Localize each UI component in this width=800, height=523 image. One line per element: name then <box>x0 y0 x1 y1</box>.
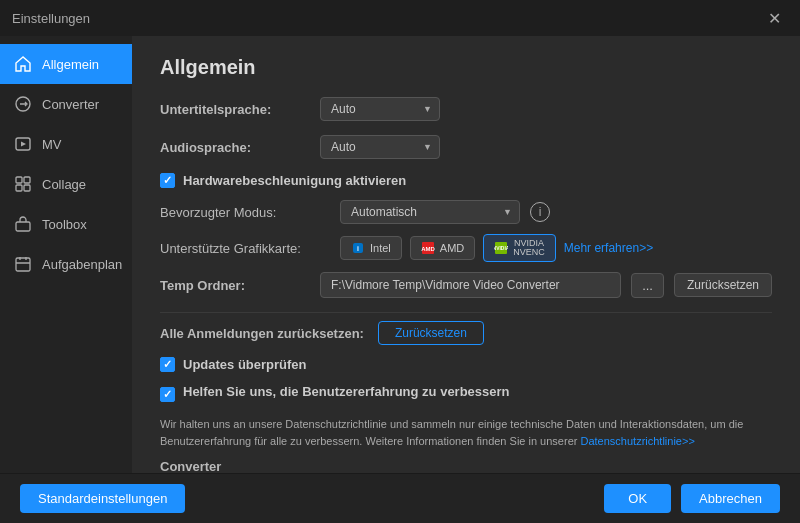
svg-text:AMD: AMD <box>421 246 435 252</box>
gpu-label: Unterstützte Grafikkarte: <box>160 241 330 256</box>
nvidia-icon: NVIDIA <box>494 241 508 255</box>
convert-icon <box>14 95 32 113</box>
close-button[interactable]: ✕ <box>760 4 788 32</box>
svg-rect-2 <box>16 177 22 183</box>
sidebar-item-collage[interactable]: Collage <box>0 164 132 204</box>
sidebar-label-allgemein: Allgemein <box>42 57 99 72</box>
sidebar-item-aufgabenplan[interactable]: Aufgabenplan <box>0 244 132 284</box>
hardware-checkbox-label: Hardwarebeschleunigung aktivieren <box>183 173 406 188</box>
more-link[interactable]: Mehr erfahren>> <box>564 241 653 255</box>
reset-all-button[interactable]: Zurücksetzen <box>378 321 484 345</box>
help-checkbox[interactable] <box>160 387 175 402</box>
toolbox-icon <box>14 215 32 233</box>
footer: Standardeinstellungen OK Abbrechen <box>0 473 800 523</box>
intel-icon: i <box>351 241 365 255</box>
nvidia-gpu-button[interactable]: NVIDIA NVIDIANVENC <box>483 234 556 262</box>
mode-row: Bevorzugter Modus: Automatisch i <box>160 200 772 224</box>
temp-path-input[interactable] <box>320 272 621 298</box>
hardware-checkbox[interactable] <box>160 173 175 188</box>
mode-label: Bevorzugter Modus: <box>160 205 330 220</box>
subtitle-select[interactable]: Auto <box>320 97 440 121</box>
help-text: Wir halten uns an unsere Datenschutzrich… <box>160 416 772 449</box>
help-checkbox-label: Helfen Sie uns, die Benutzererfahrung zu… <box>183 384 510 399</box>
privacy-link[interactable]: Datenschutzrichtlinie>> <box>580 435 694 447</box>
nvidia-label: NVIDIANVENC <box>513 239 545 257</box>
calendar-icon <box>14 255 32 273</box>
amd-label: AMD <box>440 242 464 254</box>
gpu-buttons: i Intel AMD AMD NVIDIA NVIDIANVENC Mehr … <box>340 234 653 262</box>
updates-row: Updates überprüfen <box>160 357 772 372</box>
mode-select[interactable]: Automatisch <box>340 200 520 224</box>
mode-select-wrapper: Automatisch <box>340 200 520 224</box>
svg-text:NVIDIA: NVIDIA <box>494 245 508 251</box>
sidebar-item-converter[interactable]: Converter <box>0 84 132 124</box>
audio-select[interactable]: Auto <box>320 135 440 159</box>
cancel-button[interactable]: Abbrechen <box>681 484 780 513</box>
sidebar-item-toolbox[interactable]: Toolbox <box>0 204 132 244</box>
mv-icon <box>14 135 32 153</box>
svg-text:i: i <box>357 245 359 252</box>
temp-label: Temp Ordner: <box>160 278 310 293</box>
svg-rect-3 <box>24 177 30 183</box>
titlebar-title: Einstellungen <box>12 11 90 26</box>
subtitle-select-wrapper: Auto <box>320 97 440 121</box>
audio-row: Audiosprache: Auto <box>160 135 772 159</box>
main-content: Allgemein Converter MV <box>0 36 800 473</box>
updates-checkbox[interactable] <box>160 357 175 372</box>
audio-label: Audiosprache: <box>160 140 310 155</box>
gpu-row: Unterstützte Grafikkarte: i Intel AMD AM… <box>160 234 772 262</box>
info-icon[interactable]: i <box>530 202 550 222</box>
audio-select-wrapper: Auto <box>320 135 440 159</box>
temp-row: Temp Ordner: ... Zurücksetzen <box>160 272 772 298</box>
subtitle-row: Untertitelsprache: Auto <box>160 97 772 121</box>
sidebar-label-collage: Collage <box>42 177 86 192</box>
intel-gpu-button[interactable]: i Intel <box>340 236 402 260</box>
amd-gpu-button[interactable]: AMD AMD <box>410 236 475 260</box>
ok-button[interactable]: OK <box>604 484 671 513</box>
footer-right-buttons: OK Abbrechen <box>604 484 780 513</box>
sidebar-item-allgemein[interactable]: Allgemein <box>0 44 132 84</box>
sidebar: Allgemein Converter MV <box>0 36 132 473</box>
converter-section-label: Converter <box>160 459 772 473</box>
help-checkbox-row: Helfen Sie uns, die Benutzererfahrung zu… <box>160 384 772 404</box>
dots-button[interactable]: ... <box>631 273 664 298</box>
svg-rect-4 <box>16 185 22 191</box>
titlebar: Einstellungen ✕ <box>0 0 800 36</box>
reset-path-button[interactable]: Zurücksetzen <box>674 273 772 297</box>
svg-rect-7 <box>16 258 30 271</box>
sidebar-item-mv[interactable]: MV <box>0 124 132 164</box>
amd-icon: AMD <box>421 241 435 255</box>
subtitle-label: Untertitelsprache: <box>160 102 310 117</box>
reset-all-label: Alle Anmeldungen zurücksetzen: <box>160 326 364 341</box>
home-icon <box>14 55 32 73</box>
sidebar-label-aufgabenplan: Aufgabenplan <box>42 257 122 272</box>
svg-rect-6 <box>16 222 30 231</box>
main-panel: Allgemein Untertitelsprache: Auto Audios… <box>132 36 800 473</box>
settings-window: Einstellungen ✕ Allgemein Converter <box>0 0 800 523</box>
sidebar-label-converter: Converter <box>42 97 99 112</box>
intel-label: Intel <box>370 242 391 254</box>
panel-title: Allgemein <box>160 56 772 79</box>
svg-rect-5 <box>24 185 30 191</box>
sidebar-label-toolbox: Toolbox <box>42 217 87 232</box>
sidebar-label-mv: MV <box>42 137 62 152</box>
hardware-checkbox-row: Hardwarebeschleunigung aktivieren <box>160 173 772 188</box>
updates-label: Updates überprüfen <box>183 357 307 372</box>
reset-all-row: Alle Anmeldungen zurücksetzen: Zurückset… <box>160 321 772 345</box>
collage-icon <box>14 175 32 193</box>
standard-settings-button[interactable]: Standardeinstellungen <box>20 484 185 513</box>
divider-1 <box>160 312 772 313</box>
help-section: Helfen Sie uns, die Benutzererfahrung zu… <box>160 384 772 449</box>
